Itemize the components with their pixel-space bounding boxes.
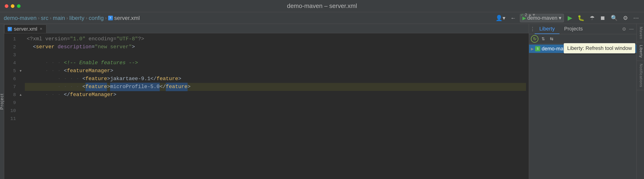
project-sidebar-label: Project — [0, 93, 4, 110]
breadcrumb-liberty[interactable]: liberty — [69, 15, 84, 21]
search-button[interactable]: 🔍 — [609, 14, 619, 22]
fold-arrow-5[interactable]: ▼ — [20, 68, 22, 74]
play-button[interactable]: ▶ — [566, 13, 574, 22]
panel-settings-button[interactable]: ⚙ — [621, 25, 627, 33]
breadcrumb-sep3: › — [66, 15, 68, 20]
more-button[interactable]: ⋯ — [632, 14, 640, 22]
code-line-6: · · · · <feature>jakartaee-9.1</feature> — [25, 75, 526, 83]
code-line-4: · · · <!-- Enable features --> — [25, 59, 526, 67]
code-line-3 — [25, 51, 526, 59]
code-editor[interactable]: 1 2 3 4 5 6 7 8 9 10 11 ▼ ▲ — [4, 33, 529, 179]
breadcrumb-main[interactable]: main — [53, 15, 65, 21]
code-line-1: <?xml version="1.0" encoding="UTF-8"?> — [25, 35, 526, 43]
file-icon: X — [108, 16, 113, 20]
tab-liberty[interactable]: Liberty — [535, 24, 560, 34]
sidebar-tab-notifications[interactable]: Notifications — [637, 61, 644, 90]
window-controls[interactable] — [5, 4, 20, 8]
breadcrumb-project[interactable]: demo-maven — [4, 15, 36, 21]
expand-all-button[interactable]: ⇅ — [539, 35, 547, 43]
breadcrumb-src[interactable]: src — [41, 15, 48, 21]
fold-arrow-8[interactable]: ▲ — [20, 92, 22, 98]
tab-bar: X server.xml × — [4, 24, 529, 33]
main-layout: Project X server.xml × 1 2 3 4 5 6 7 8 — [0, 24, 644, 179]
sidebar-tab-liberty[interactable]: Liberty — [637, 42, 644, 61]
editor-scrollbar[interactable] — [526, 33, 529, 179]
coverage-button[interactable]: ☂ — [588, 14, 596, 22]
code-line-5: · · · <featureManager> — [25, 67, 526, 75]
chevron-down-icon: ▾ — [559, 15, 561, 21]
liberty-panel: ⋮ Liberty Projects ⚙ — ↻ ⇅ — [529, 24, 636, 179]
tab-file-icon: X — [8, 27, 12, 31]
breadcrumb-sep4: › — [86, 15, 87, 20]
line-numbers: 1 2 3 4 5 6 7 8 9 10 11 — [4, 33, 18, 179]
fold-gutter: ▼ ▲ — [18, 33, 23, 179]
breadcrumb: demo-maven › src › main › liberty › conf… — [4, 15, 140, 21]
breadcrumb-sep1: › — [38, 15, 40, 20]
settings-button[interactable]: ⚙ — [622, 14, 630, 22]
back-icon[interactable]: ← — [509, 14, 518, 22]
close-button[interactable] — [5, 4, 8, 8]
code-line-9 — [25, 99, 526, 107]
refresh-button[interactable]: ↻ — [531, 35, 538, 43]
liberty-toolbar: ↻ ⇅ ⇆ — [529, 34, 636, 44]
breadcrumb-sep2: › — [50, 15, 52, 20]
tree-expand-arrow: ▶ — [531, 46, 534, 51]
breadcrumb-file[interactable]: server.xml — [114, 15, 140, 21]
editor-area: X server.xml × 1 2 3 4 5 6 7 8 9 10 11 — [4, 24, 529, 179]
toolbar: demo-maven › src › main › liberty › conf… — [0, 12, 644, 24]
panel-tabs: Liberty Projects — [535, 24, 588, 34]
server-icon: S — [535, 46, 540, 51]
collapse-all-button[interactable]: ⇆ — [548, 35, 555, 43]
toolbar-right: 👤▾ ← ▶ demo-maven ▾ ▶ 🐛 ☂ ⏹ 🔍 ⚙ ⋯ — [494, 13, 640, 22]
tab-close-button[interactable]: × — [39, 27, 43, 31]
panel-menu-button[interactable]: ⋮ — [529, 26, 535, 32]
right-sidebars: Maven Liberty Notifications — [636, 24, 644, 179]
project-sidebar[interactable]: Project — [0, 24, 4, 179]
stop-button[interactable]: ⏹ — [598, 14, 607, 22]
minimize-button[interactable] — [11, 4, 14, 8]
window-title: demo-maven – server.xml — [287, 2, 357, 10]
code-line-2: <server description="new server"> — [25, 43, 526, 51]
breadcrumb-config[interactable]: config — [89, 15, 104, 21]
code-line-11 — [25, 115, 526, 123]
refresh-icon: ↻ — [533, 36, 536, 42]
expand-all-icon: ⇅ — [542, 36, 545, 42]
code-line-7: · · · · <feature>microProfile-5.0</featu… — [25, 83, 526, 91]
code-line-10 — [25, 107, 526, 115]
tab-projects[interactable]: Projects — [560, 24, 587, 34]
sidebar-tab-maven[interactable]: Maven — [637, 24, 644, 42]
liberty-tree: ▶ S demo-maven — [529, 44, 636, 179]
tab-server-xml[interactable]: X server.xml × — [4, 24, 46, 33]
breadcrumb-sep5: › — [105, 15, 107, 20]
user-icon[interactable]: 👤▾ — [494, 14, 507, 22]
code-content[interactable]: <?xml version="1.0" encoding="UTF-8"?> <… — [23, 33, 526, 179]
tooltip-refresh: Liberty: Refresh tool window — [564, 43, 635, 54]
liberty-panel-header: ⋮ Liberty Projects ⚙ — — [529, 24, 636, 34]
xml-decl-1: <?xml version="1.0" encoding="UTF-8"?> — [27, 35, 144, 43]
panel-header-actions: ⚙ — — [621, 25, 636, 33]
tab-label: server.xml — [14, 26, 37, 32]
maximize-button[interactable] — [17, 4, 20, 8]
debug-button[interactable]: 🐛 — [576, 14, 586, 22]
panel-minimize-button[interactable]: — — [628, 25, 635, 32]
title-bar: demo-maven – server.xml — [0, 0, 644, 12]
code-line-8: · · · </featureManager> — [25, 91, 526, 99]
collapse-all-icon: ⇆ — [550, 36, 553, 42]
tooltip-text: Liberty: Refresh tool window — [567, 45, 632, 51]
